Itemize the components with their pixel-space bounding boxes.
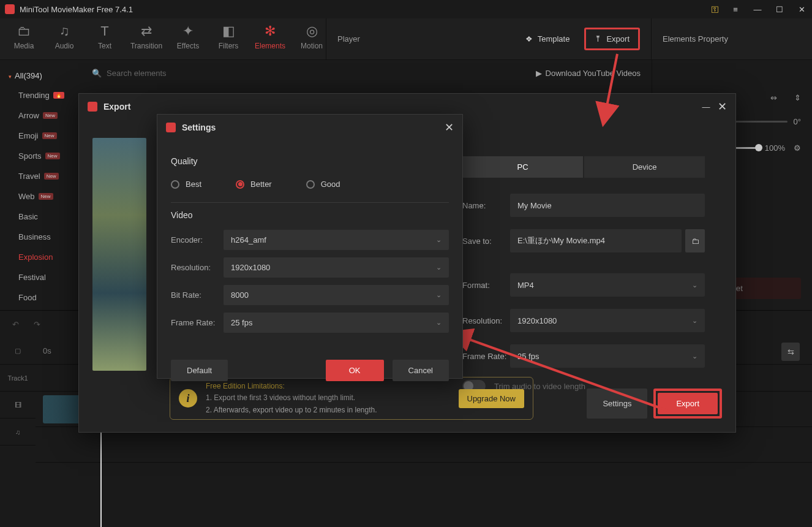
sidebar-all[interactable]: ▾All(394): [0, 66, 81, 85]
sidebar-item-emoji[interactable]: EmojiNew: [0, 126, 81, 146]
save-input[interactable]: E:\重ほか\My Movie.mp4: [510, 229, 682, 252]
info-icon: i: [179, 389, 197, 408]
tool-motion[interactable]: ◎Motion: [298, 23, 326, 59]
sidebar-item-business[interactable]: Business: [0, 227, 81, 247]
video-track-icon: 🎞: [0, 392, 36, 419]
template-button[interactable]: ❖Template: [519, 31, 576, 47]
sidebar-item-sports[interactable]: SportsNew: [0, 146, 81, 166]
settings-button[interactable]: Settings: [587, 389, 647, 419]
swap-button[interactable]: ⇆: [781, 343, 800, 361]
encoder-label: Encoder:: [171, 235, 224, 245]
badge-hot: 🔥: [53, 92, 64, 99]
framerate-label: Frame Rate:: [462, 352, 510, 361]
format-select[interactable]: MP4⌄: [510, 273, 705, 297]
encoder-select[interactable]: h264_amf⌄: [224, 230, 449, 250]
quality-best[interactable]: Best: [171, 180, 201, 189]
sidebar-item-web[interactable]: WebNew: [0, 186, 81, 207]
search-input[interactable]: 🔍Search elements: [92, 69, 524, 78]
format-label: Format:: [462, 281, 510, 290]
audio-icon: ♫: [59, 23, 70, 39]
tool-elements[interactable]: ✻Elements: [255, 23, 285, 59]
s-framerate-label: Frame Rate:: [171, 318, 224, 327]
undo-icon[interactable]: ↶: [12, 320, 19, 329]
export-icon: ⤒: [595, 34, 601, 44]
menu-icon[interactable]: ≡: [730, 4, 741, 15]
limits-line2: 2. Afterwards, export video up to 2 minu…: [206, 404, 450, 416]
transition-icon: ⇄: [141, 23, 152, 39]
opacity-value: 100%: [765, 143, 785, 153]
export-modal-logo: [88, 102, 97, 112]
export-button-highlight: Export: [653, 389, 722, 419]
tab-pc[interactable]: PC: [462, 156, 583, 178]
youtube-icon: ▶: [536, 69, 542, 78]
opacity-gear-icon[interactable]: ⚙: [794, 143, 801, 153]
badge-new: New: [42, 132, 57, 139]
chevron-down-icon: ⌄: [692, 317, 697, 325]
badge-new: New: [39, 193, 53, 200]
framerate-select[interactable]: 25 fps⌄: [510, 344, 705, 368]
track-thumb-icon: ▢: [0, 338, 36, 365]
main-toolbar: 🗀Media ♫Audio TText ⇄Transition ✦Effects…: [0, 18, 812, 60]
quality-good[interactable]: Good: [306, 180, 340, 189]
settings-modal-title: Settings: [182, 123, 438, 132]
app-title: MiniTool MovieMaker Free 7.4.1: [20, 5, 711, 14]
sidebar-item-arrow[interactable]: ArrowNew: [0, 105, 81, 126]
media-icon: 🗀: [17, 23, 31, 39]
bitrate-select[interactable]: 8000⌄: [224, 285, 449, 305]
sidebar-item-food[interactable]: Food: [0, 287, 81, 308]
download-youtube-link[interactable]: ▶Download YouTube Videos: [536, 69, 641, 78]
s-resolution-select[interactable]: 1920x1080⌄: [224, 257, 449, 278]
s-framerate-select[interactable]: 25 fps⌄: [224, 313, 449, 333]
motion-icon: ◎: [306, 23, 318, 39]
chevron-down-icon: ⌄: [692, 352, 697, 360]
tab-device[interactable]: Device: [584, 156, 705, 178]
cancel-button[interactable]: Cancel: [393, 360, 449, 381]
sidebar-item-explosion[interactable]: Explosion: [0, 247, 81, 267]
chevron-down-icon: ⌄: [436, 264, 442, 271]
badge-new: New: [45, 153, 60, 159]
maximize-button[interactable]: ☐: [774, 4, 785, 15]
tool-audio[interactable]: ♫Audio: [50, 23, 78, 59]
key-icon[interactable]: ⚿: [711, 5, 719, 14]
flip-vertical-icon[interactable]: ⇕: [794, 93, 801, 102]
export-modal-minimize[interactable]: —: [701, 102, 712, 112]
quality-better[interactable]: Better: [236, 180, 272, 189]
sidebar-item-festival[interactable]: Festival: [0, 267, 81, 287]
track1-label: Track1: [0, 365, 36, 392]
upgrade-button[interactable]: Upgrade Now: [459, 389, 525, 408]
chevron-down-icon: ⌄: [436, 319, 442, 327]
tool-effects[interactable]: ✦Effects: [174, 23, 202, 59]
sidebar-item-basic[interactable]: Basic: [0, 207, 81, 227]
export-button[interactable]: Export: [658, 393, 718, 414]
export-preview-thumb: [92, 138, 146, 371]
settings-modal-close[interactable]: ✕: [445, 121, 454, 134]
chevron-down-icon: ⌄: [692, 281, 697, 289]
tool-media[interactable]: 🗀Media: [10, 23, 38, 59]
effects-icon: ✦: [182, 23, 194, 39]
tool-transition[interactable]: ⇄Transition: [131, 23, 162, 59]
sidebar-item-trending[interactable]: Trending🔥: [0, 85, 81, 105]
free-limitations-box: i Free Edition Limitations: 1. Export th…: [170, 377, 533, 420]
bitrate-label: Bit Rate:: [171, 290, 224, 300]
close-button[interactable]: ✕: [796, 4, 807, 15]
chevron-down-icon: ⌄: [436, 236, 442, 244]
minimize-button[interactable]: —: [752, 4, 763, 15]
flip-horizontal-icon[interactable]: ⇔: [770, 93, 777, 102]
browse-button[interactable]: 🗀: [685, 229, 705, 252]
tool-text[interactable]: TText: [91, 23, 119, 59]
sidebar-item-travel[interactable]: TravelNew: [0, 166, 81, 186]
video-header: Video: [171, 210, 449, 220]
tool-filters[interactable]: ◧Filters: [214, 23, 242, 59]
settings-modal-logo: [166, 123, 176, 132]
ok-button[interactable]: OK: [326, 360, 384, 381]
category-sidebar: ▾All(394) Trending🔥ArrowNewEmojiNewSport…: [0, 60, 81, 310]
default-button[interactable]: Default: [171, 360, 228, 381]
export-modal-close[interactable]: ✕: [718, 100, 727, 113]
resolution-select[interactable]: 1920x1080⌄: [510, 309, 705, 332]
export-button-top[interactable]: ⤒Export: [584, 28, 640, 50]
name-input[interactable]: My Movie: [510, 194, 705, 217]
properties-header: Elements Property: [652, 18, 812, 59]
s-resolution-label: Resolution:: [171, 263, 224, 272]
app-logo: [5, 4, 15, 14]
redo-icon[interactable]: ↷: [34, 320, 40, 329]
